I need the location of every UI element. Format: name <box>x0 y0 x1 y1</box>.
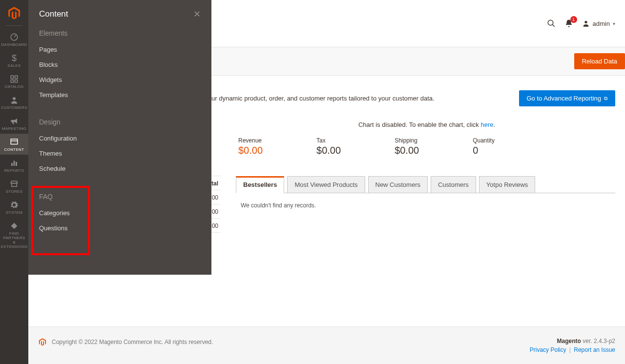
svg-rect-1 <box>11 76 13 78</box>
copyright-text: Copyright © 2022 Magento Commerce Inc. A… <box>52 339 213 345</box>
submenu-faq-categories[interactable]: Categories <box>39 205 82 221</box>
stat-label: Quantity <box>473 137 495 144</box>
stat-shipping: Shipping $0.00 <box>395 137 419 156</box>
stat-label: Shipping <box>395 137 419 144</box>
nav-marketing[interactable]: MARKETING <box>0 113 28 134</box>
svg-point-5 <box>13 97 16 100</box>
content-submenu: Content ✕ Elements Pages Blocks Widgets … <box>28 0 211 275</box>
footer-version: ver. 2.4.3-p2 <box>581 338 615 344</box>
stores-icon <box>10 180 19 188</box>
tab-customers[interactable]: Customers <box>431 176 476 193</box>
nav-label: FIND PARTNERS & EXTENSIONS <box>0 231 28 249</box>
stat-value: $0.00 <box>238 145 263 156</box>
svg-rect-2 <box>15 76 18 78</box>
nav-reports[interactable]: REPORTS <box>0 155 28 176</box>
customers-icon <box>10 96 19 104</box>
stat-value: $0.00 <box>395 145 419 156</box>
partners-icon <box>10 222 19 230</box>
submenu-title: Content <box>39 9 68 19</box>
nav-find-partners[interactable]: FIND PARTNERS & EXTENSIONS <box>0 218 28 252</box>
note-prefix: Chart is disabled. To enable the chart, … <box>358 121 481 128</box>
stat-quantity: Quantity 0 <box>473 137 495 156</box>
svg-rect-9 <box>14 161 15 166</box>
submenu-heading-design: Design <box>39 118 201 126</box>
page-footer: Copyright © 2022 Magento Commerce Inc. A… <box>28 326 625 364</box>
tab-new-customers[interactable]: New Customers <box>368 176 428 193</box>
sales-icon: $ <box>12 54 17 62</box>
close-icon[interactable]: ✕ <box>193 9 201 20</box>
stat-label: Tax <box>316 137 341 144</box>
magento-logo-icon <box>38 338 47 346</box>
user-icon <box>582 20 590 27</box>
magento-logo-icon <box>7 6 21 20</box>
nav-label: DASHBOARD <box>1 42 27 47</box>
submenu-pages[interactable]: Pages <box>39 42 201 57</box>
tab-bestsellers[interactable]: Bestsellers <box>236 176 284 193</box>
submenu-heading-faq: FAQ <box>39 193 82 201</box>
reload-data-button[interactable]: Reload Data <box>574 53 625 69</box>
note-suffix: . <box>493 121 495 128</box>
nav-customers[interactable]: CUSTOMERS <box>0 92 28 113</box>
submenu-themes[interactable]: Themes <box>39 146 201 161</box>
submenu-widgets[interactable]: Widgets <box>39 72 201 87</box>
nav-system[interactable]: SYSTEM <box>0 197 28 218</box>
tabs-row: Bestsellers Most Viewed Products New Cus… <box>236 176 615 193</box>
nav-label: SALES <box>7 63 21 68</box>
tab-most-viewed[interactable]: Most Viewed Products <box>287 176 365 193</box>
nav-sales[interactable]: $ SALES <box>0 50 28 71</box>
faq-highlight-box: FAQ Categories Questions <box>31 186 90 255</box>
nav-label: CUSTOMERS <box>1 105 27 110</box>
nav-label: REPORTS <box>4 168 24 173</box>
submenu-heading-elements: Elements <box>39 29 201 37</box>
search-icon[interactable] <box>547 19 556 28</box>
svg-rect-11 <box>12 183 17 187</box>
button-label: Go to Advanced Reporting <box>527 95 602 102</box>
submenu-schedule[interactable]: Schedule <box>39 161 201 176</box>
marketing-icon <box>10 117 19 125</box>
external-link-icon: ⧉ <box>604 96 607 101</box>
svg-rect-8 <box>11 163 13 166</box>
stat-revenue: Revenue $0.00 <box>238 137 263 156</box>
content-icon <box>10 138 19 146</box>
catalog-icon <box>10 75 19 83</box>
submenu-faq-questions[interactable]: Questions <box>39 221 82 236</box>
privacy-policy-link[interactable]: Privacy Policy <box>530 346 566 353</box>
nav-catalog[interactable]: CATALOG <box>0 71 28 92</box>
stat-tax: Tax $0.00 <box>316 137 341 156</box>
report-issue-link[interactable]: Report an Issue <box>574 346 615 353</box>
svg-rect-12 <box>11 223 18 229</box>
wide-column: Bestsellers Most Viewed Products New Cus… <box>236 176 615 234</box>
reports-icon <box>10 159 19 167</box>
chevron-down-icon: ▾ <box>613 21 615 26</box>
nav-stores[interactable]: STORES <box>0 176 28 197</box>
tab-yotpo-reviews[interactable]: Yotpo Reviews <box>479 176 536 193</box>
svg-rect-4 <box>15 80 18 82</box>
svg-line-14 <box>552 24 555 27</box>
notification-badge: 1 <box>570 16 577 23</box>
nav-label: SYSTEM <box>6 210 23 215</box>
submenu-blocks[interactable]: Blocks <box>39 57 201 72</box>
notifications-icon[interactable]: 1 <box>564 19 573 28</box>
svg-rect-3 <box>11 80 13 82</box>
user-menu[interactable]: admin ▾ <box>582 20 615 27</box>
svg-point-15 <box>584 21 587 23</box>
stat-value: $0.00 <box>316 145 341 156</box>
footer-divider: | <box>569 346 571 353</box>
no-records-message: We couldn't find any records. <box>236 200 615 211</box>
advanced-reporting-button[interactable]: Go to Advanced Reporting ⧉ <box>519 90 616 106</box>
rail-separator <box>6 25 22 26</box>
user-label: admin <box>593 20 610 27</box>
nav-content[interactable]: CONTENT <box>0 134 28 155</box>
stat-label: Revenue <box>238 137 263 144</box>
gear-icon <box>10 201 19 209</box>
submenu-configuration[interactable]: Configuration <box>39 131 201 146</box>
nav-dashboard[interactable]: DASHBOARD <box>0 29 28 50</box>
footer-brand: Magento <box>557 338 581 344</box>
nav-label: CATALOG <box>4 84 23 89</box>
submenu-templates[interactable]: Templates <box>39 87 201 102</box>
chart-enable-link[interactable]: here <box>480 121 493 128</box>
nav-label: MARKETING <box>2 126 26 131</box>
dashboard-icon <box>10 33 19 41</box>
stat-value: 0 <box>473 145 495 156</box>
svg-point-13 <box>548 20 553 25</box>
